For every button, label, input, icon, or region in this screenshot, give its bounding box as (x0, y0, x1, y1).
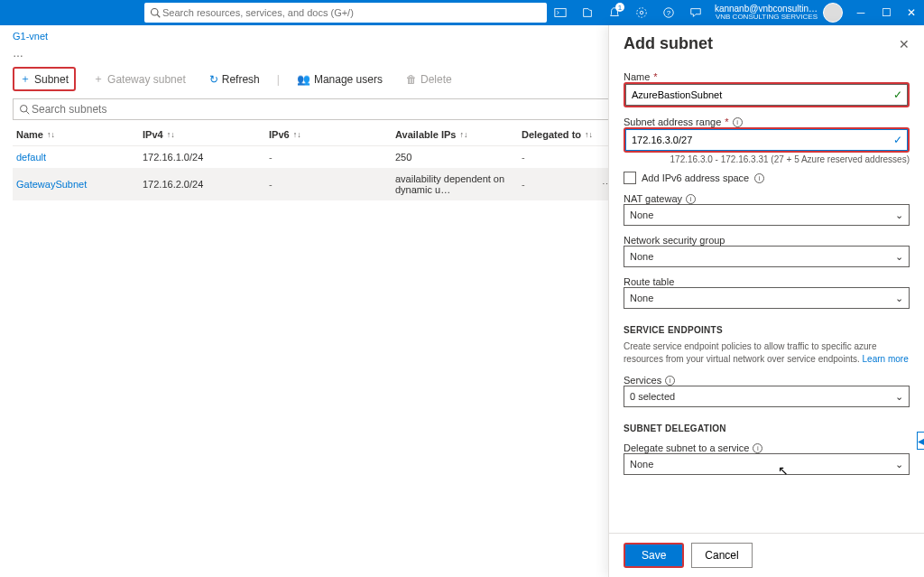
col-ipv4[interactable]: IPv4↑↓ (143, 129, 269, 140)
global-search-input[interactable] (161, 6, 541, 19)
notifications-icon[interactable]: 1 (601, 0, 628, 25)
sort-icon: ↑↓ (459, 130, 467, 139)
panel-footer: Save Cancel (609, 533, 924, 577)
svg-rect-2 (555, 9, 566, 17)
subnet-delegation-heading: SUBNET DELEGATION (624, 423, 910, 433)
cursor-icon: ↖ (778, 463, 789, 478)
panel-title: Add subnet (624, 34, 899, 53)
chevron-down-icon: ⌄ (895, 251, 903, 263)
info-icon[interactable]: i (753, 443, 762, 453)
window-maximize-icon[interactable]: ☐ (873, 0, 899, 25)
check-icon: ✓ (893, 88, 902, 101)
directories-icon[interactable] (574, 0, 601, 25)
close-icon[interactable]: ✕ (899, 37, 910, 51)
chevron-down-icon: ⌄ (895, 209, 903, 221)
checkbox-icon[interactable] (624, 172, 636, 184)
account-menu[interactable]: kannanb@vnbconsultin… VNB CONSULTING SER… (709, 3, 848, 23)
col-name[interactable]: Name↑↓ (16, 129, 143, 140)
svg-point-3 (640, 11, 643, 14)
window-close-icon[interactable]: ✕ (899, 0, 924, 25)
global-search[interactable] (144, 3, 547, 23)
cell-delegated: - (522, 152, 612, 163)
settings-icon[interactable] (628, 0, 655, 25)
sort-icon: ↑↓ (585, 130, 593, 139)
address-range-hint: 172.16.3.0 - 172.16.3.31 (27 + 5 Azure r… (624, 154, 910, 164)
subnet-link[interactable]: GatewaySubnet (16, 179, 143, 190)
help-icon[interactable]: ? (655, 0, 682, 25)
cell-ipv4: 172.16.1.0/24 (143, 152, 269, 163)
subnet-name-input[interactable] (625, 84, 908, 106)
add-subnet-label: Subnet (34, 73, 69, 86)
add-ipv6-label: Add IPv6 address space (642, 172, 749, 183)
check-icon: ✓ (893, 134, 902, 146)
address-range-label: Subnet address range*i (624, 116, 910, 127)
feedback-icon[interactable] (682, 0, 709, 25)
delegate-label: Delegate subnet to a servicei (624, 442, 910, 453)
nsg-label: Network security group (624, 235, 910, 246)
cell-ipv6: - (269, 152, 395, 163)
window-minimize-icon[interactable]: ─ (848, 0, 873, 25)
service-endpoints-heading: SERVICE ENDPOINTS (624, 325, 910, 335)
cloud-shell-icon[interactable] (547, 0, 574, 25)
plus-icon: ＋ (20, 71, 31, 87)
notification-badge: 1 (615, 3, 624, 12)
plus-icon: ＋ (93, 71, 104, 87)
collapse-panel-icon[interactable]: ◀ (917, 432, 924, 450)
sort-icon: ↑↓ (47, 130, 55, 139)
add-ipv6-checkbox[interactable]: Add IPv6 address space i (624, 172, 910, 184)
refresh-icon: ↻ (209, 73, 218, 86)
info-icon[interactable]: i (665, 376, 675, 386)
services-label: Servicesi (624, 375, 910, 386)
svg-point-7 (21, 106, 28, 113)
delete-button: 🗑 Delete (400, 70, 458, 89)
chevron-down-icon: ⌄ (895, 459, 903, 470)
service-endpoints-desc: Create service endpoint policies to allo… (624, 340, 910, 366)
cancel-button[interactable]: Cancel (691, 543, 752, 568)
chevron-down-icon: ⌄ (895, 293, 903, 304)
search-icon (19, 104, 30, 115)
refresh-label: Refresh (222, 73, 260, 86)
azure-top-bar: 1 ? kannanb@vnbconsultin… VNB CONSULTING… (0, 0, 924, 25)
route-table-label: Route table (624, 276, 910, 287)
svg-text:?: ? (667, 9, 671, 17)
info-icon[interactable]: i (733, 117, 743, 127)
add-subnet-panel: Add subnet ✕ Name* ✓ Subnet address rang… (608, 25, 924, 577)
cell-ipv6: - (269, 179, 395, 190)
top-icon-bar: 1 ? kannanb@vnbconsultin… VNB CONSULTING… (547, 0, 924, 25)
cell-available: 250 (395, 152, 522, 163)
svg-line-8 (26, 111, 29, 114)
manage-users-button[interactable]: 👥 Manage users (291, 70, 389, 89)
svg-point-0 (152, 9, 159, 16)
cell-available: availability dependent on dynamic u… (395, 173, 522, 195)
subnet-link[interactable]: default (16, 152, 143, 163)
nsg-select[interactable]: None⌄ (624, 246, 910, 267)
name-label: Name* (624, 71, 910, 82)
add-subnet-button[interactable]: ＋ Subnet (13, 67, 76, 91)
delete-icon: 🗑 (406, 73, 417, 86)
nat-gateway-select[interactable]: None⌄ (624, 204, 910, 226)
manage-users-label: Manage users (314, 73, 383, 86)
col-delegated[interactable]: Delegated to↑↓ (522, 129, 612, 140)
learn-more-link[interactable]: Learn more (863, 354, 909, 364)
svg-point-4 (637, 8, 647, 18)
delegate-select[interactable]: None⌄ (624, 453, 910, 475)
cell-delegated: - (522, 179, 525, 191)
refresh-button[interactable]: ↻ Refresh (203, 70, 266, 89)
save-button[interactable]: Save (625, 544, 682, 566)
search-icon (150, 7, 161, 18)
info-icon[interactable]: i (686, 194, 696, 204)
users-icon: 👥 (297, 73, 310, 86)
col-available[interactable]: Available IPs↑↓ (395, 129, 522, 140)
account-org: VNB CONSULTING SERVICES (715, 14, 818, 22)
nat-gateway-label: NAT gatewayi (624, 193, 910, 204)
col-ipv6[interactable]: IPv6↑↓ (269, 129, 395, 140)
subnet-address-input[interactable] (625, 129, 908, 151)
delete-label: Delete (420, 73, 452, 86)
chevron-down-icon: ⌄ (895, 391, 903, 403)
toolbar-separator: | (277, 73, 280, 86)
cell-ipv4: 172.16.2.0/24 (143, 179, 269, 190)
sort-icon: ↑↓ (167, 130, 175, 139)
route-table-select[interactable]: None⌄ (624, 287, 910, 309)
info-icon[interactable]: i (754, 173, 764, 183)
services-select[interactable]: 0 selected⌄ (624, 386, 910, 407)
